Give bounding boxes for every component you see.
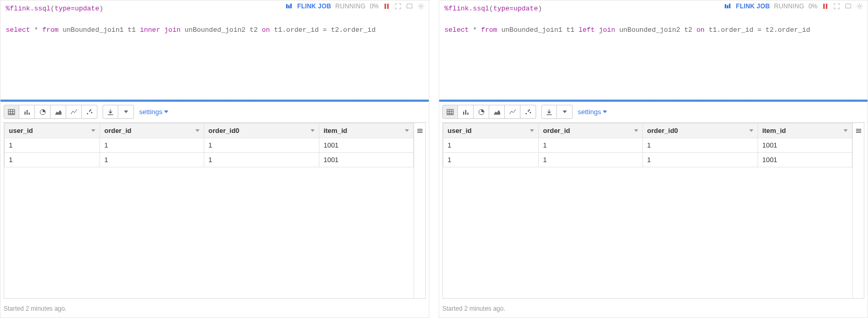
cell-status-bar: FLINK JOB RUNNING 0% xyxy=(724,3,863,10)
book-icon[interactable] xyxy=(845,3,852,10)
chevron-down-icon[interactable] xyxy=(195,129,200,132)
sql-keyword: inner join xyxy=(140,26,180,34)
sql-text: unBounded_join2 t2 xyxy=(615,26,697,34)
table-options-button[interactable] xyxy=(852,123,864,298)
svg-point-38 xyxy=(525,113,527,114)
column-header[interactable]: order_id0 xyxy=(204,124,319,138)
settings-link[interactable]: settings xyxy=(578,108,607,116)
viz-scatter-button[interactable] xyxy=(520,105,536,119)
expand-icon[interactable] xyxy=(394,3,402,10)
svg-point-5 xyxy=(420,5,422,7)
pause-icon[interactable] xyxy=(822,3,829,10)
table-cell: 1001 xyxy=(758,153,852,167)
table-options-button[interactable] xyxy=(414,123,425,298)
code-editor[interactable]: %flink.ssql(type=update)select * from un… xyxy=(1,1,429,100)
table-cell: 1 xyxy=(204,138,319,153)
result-table: user_idorder_idorder_id0item_id111100111… xyxy=(443,123,852,167)
viz-line-button[interactable] xyxy=(66,105,82,119)
download-menu-button[interactable] xyxy=(557,105,573,119)
download-button[interactable] xyxy=(541,105,557,119)
sql-text: t1.order_id = t2.order_id xyxy=(270,26,376,34)
flink-job-label: FLINK JOB xyxy=(297,3,331,10)
sql-keyword: from xyxy=(481,26,497,34)
viz-pie-button[interactable] xyxy=(35,105,51,119)
viz-area-button[interactable] xyxy=(489,105,505,119)
download-menu-button[interactable] xyxy=(118,105,134,119)
viz-bar-button[interactable] xyxy=(19,105,35,119)
svg-point-15 xyxy=(86,113,88,114)
cell-footer: Started 2 minutes ago. xyxy=(1,302,429,317)
settings-label: settings xyxy=(578,108,601,116)
result-table-container: user_idorder_idorder_id0item_id111100111… xyxy=(442,123,864,299)
notebook-pane-right: FLINK JOB RUNNING 0% %flink.ssql(type=up… xyxy=(439,0,868,318)
column-header[interactable]: order_id xyxy=(539,124,643,138)
table-cell: 1 xyxy=(539,138,643,153)
svg-rect-3 xyxy=(385,4,386,9)
table-cell: 1 xyxy=(443,153,539,167)
svg-rect-2 xyxy=(290,4,292,8)
cell-status-bar: FLINK JOB RUNNING 0% xyxy=(286,3,425,10)
sql-text: t1.order_id = t2.order_id xyxy=(704,26,810,34)
chevron-down-icon[interactable] xyxy=(634,129,638,132)
book-icon[interactable] xyxy=(406,3,413,10)
sql-text: unBounded_join1 t1 xyxy=(58,26,140,34)
table-cell: 1001 xyxy=(319,153,413,167)
svg-rect-11 xyxy=(24,112,26,115)
column-header[interactable]: item_id xyxy=(319,124,413,138)
table-cell: 1001 xyxy=(319,138,413,153)
svg-rect-34 xyxy=(463,112,464,115)
viz-scatter-button[interactable] xyxy=(82,105,97,119)
settings-label: settings xyxy=(139,108,163,116)
column-header[interactable]: order_id0 xyxy=(643,124,758,138)
viz-table-button[interactable] xyxy=(4,105,19,119)
flink-job-label: FLINK JOB xyxy=(736,3,770,10)
sql-text: unBounded_join1 t1 xyxy=(497,26,578,34)
code-editor[interactable]: %flink.ssql(type=update)select * from un… xyxy=(439,1,867,100)
settings-link[interactable]: settings xyxy=(139,108,168,116)
table-cell: 1 xyxy=(643,138,758,153)
svg-rect-25 xyxy=(729,4,730,8)
column-header[interactable]: user_id xyxy=(443,124,539,138)
table-row: 1111001 xyxy=(5,138,414,153)
table-cell: 1 xyxy=(204,153,319,167)
column-header[interactable]: item_id xyxy=(758,124,852,138)
download-button[interactable] xyxy=(103,105,118,119)
chevron-down-icon[interactable] xyxy=(749,129,753,132)
viz-table-button[interactable] xyxy=(442,105,458,119)
flink-bars-icon xyxy=(724,3,731,10)
column-header[interactable]: user_id xyxy=(5,124,100,138)
chevron-down-icon xyxy=(603,111,607,113)
viz-pie-button[interactable] xyxy=(474,105,489,119)
gear-icon[interactable] xyxy=(417,3,425,10)
magic-args: type=update xyxy=(55,5,100,13)
column-header[interactable]: order_id xyxy=(100,124,204,138)
table-row: 1111001 xyxy=(443,138,852,153)
magic-directive: %flink.ssql xyxy=(444,5,489,13)
chevron-down-icon[interactable] xyxy=(91,129,95,132)
chevron-down-icon[interactable] xyxy=(530,129,534,132)
gear-icon[interactable] xyxy=(856,3,863,10)
flink-bars-icon xyxy=(286,3,293,10)
expand-icon[interactable] xyxy=(833,3,840,10)
table-cell: 1 xyxy=(5,153,100,167)
sql-keyword: left join xyxy=(578,26,615,34)
svg-point-41 xyxy=(528,109,530,111)
result-table-container: user_idorder_idorder_id0item_id111100111… xyxy=(4,123,426,299)
result-toolbar: settings xyxy=(1,102,429,123)
table-row: 1111001 xyxy=(443,153,852,167)
chevron-down-icon[interactable] xyxy=(405,129,409,132)
svg-rect-0 xyxy=(286,4,288,8)
table-cell: 1 xyxy=(100,153,204,167)
viz-line-button[interactable] xyxy=(505,105,520,119)
chevron-down-icon[interactable] xyxy=(844,129,848,132)
table-cell: 1 xyxy=(539,153,643,167)
sql-keyword: from xyxy=(42,26,58,34)
pause-icon[interactable] xyxy=(383,3,390,10)
table-cell: 1 xyxy=(443,138,539,153)
chevron-down-icon[interactable] xyxy=(311,129,315,132)
svg-point-40 xyxy=(529,112,531,113)
viz-bar-button[interactable] xyxy=(458,105,474,119)
viz-area-button[interactable] xyxy=(51,105,66,119)
sql-text: unBounded_join2 t2 xyxy=(180,26,262,34)
result-table: user_idorder_idorder_id0item_id111100111… xyxy=(4,123,414,167)
